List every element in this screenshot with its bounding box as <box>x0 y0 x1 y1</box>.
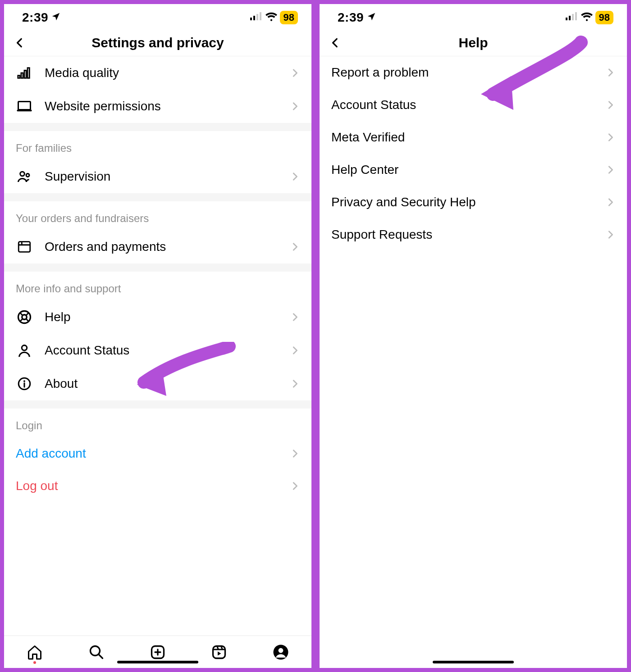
row-log-out[interactable]: Log out <box>4 470 311 502</box>
home-indicator-icon <box>433 661 514 663</box>
svg-rect-6 <box>24 70 26 78</box>
row-label: Account Status <box>45 343 278 358</box>
chevron-right-icon <box>605 165 615 175</box>
section-header: For families <box>4 131 311 160</box>
row-label: Help Center <box>331 163 605 177</box>
box-icon <box>16 238 33 255</box>
back-button[interactable] <box>328 35 343 50</box>
row-website-permissions[interactable]: Website permissions <box>4 90 311 123</box>
svg-rect-5 <box>21 73 23 78</box>
svg-point-11 <box>26 174 29 177</box>
row-report-problem[interactable]: Report a problem <box>320 56 627 89</box>
svg-point-15 <box>22 345 27 350</box>
tab-search[interactable] <box>87 642 106 662</box>
tab-home[interactable] <box>25 642 45 662</box>
chevron-right-icon <box>605 68 615 77</box>
people-icon <box>16 168 33 185</box>
status-bar: 2:39 98 <box>4 4 311 29</box>
settings-list: Media quality Website permissions For fa… <box>4 56 311 636</box>
row-label: Log out <box>16 479 290 493</box>
row-media-quality[interactable]: Media quality <box>4 56 311 90</box>
person-icon <box>16 342 33 359</box>
row-meta-verified[interactable]: Meta Verified <box>320 121 627 154</box>
status-time: 2:39 <box>338 10 364 25</box>
row-label: Help <box>45 310 278 324</box>
row-label: Orders and payments <box>45 240 278 254</box>
status-time: 2:39 <box>22 10 48 25</box>
chevron-right-icon <box>605 230 615 240</box>
nav-bar: Help <box>320 29 627 56</box>
row-help[interactable]: Help <box>4 300 311 334</box>
svg-rect-25 <box>572 14 574 20</box>
home-indicator-icon <box>117 661 198 663</box>
section-header: Login <box>4 409 311 437</box>
row-label: Privacy and Security Help <box>331 195 605 209</box>
svg-point-17 <box>23 380 25 382</box>
svg-rect-26 <box>575 12 577 20</box>
wifi-icon <box>581 12 593 23</box>
chevron-right-icon <box>290 242 300 252</box>
row-help-center[interactable]: Help Center <box>320 154 627 186</box>
location-icon <box>51 10 61 25</box>
row-label: Add account <box>16 446 290 461</box>
svg-rect-23 <box>566 18 567 20</box>
row-label: Supervision <box>45 169 278 184</box>
notification-dot-icon <box>33 661 36 664</box>
help-screen: 2:39 98 Help Report a problem Account St… <box>317 2 629 670</box>
svg-point-10 <box>20 172 25 176</box>
row-label: Support Requests <box>331 227 605 242</box>
cellular-icon <box>250 12 263 23</box>
tab-profile[interactable] <box>271 642 291 662</box>
svg-rect-4 <box>18 76 20 78</box>
row-account-status[interactable]: Account Status <box>4 334 311 367</box>
svg-rect-0 <box>250 18 252 20</box>
row-label: Meta Verified <box>331 130 605 145</box>
settings-screen: 2:39 98 Settings and privacy M <box>2 2 314 670</box>
row-orders-payments[interactable]: Orders and payments <box>4 230 311 263</box>
row-privacy-security-help[interactable]: Privacy and Security Help <box>320 186 627 218</box>
chevron-right-icon <box>290 379 300 389</box>
tab-reels[interactable] <box>209 642 229 662</box>
row-about[interactable]: About <box>4 367 311 400</box>
svg-rect-20 <box>213 646 225 658</box>
nav-bar: Settings and privacy <box>4 29 311 56</box>
battery-badge: 98 <box>595 11 613 24</box>
chevron-right-icon <box>605 100 615 110</box>
row-label: Report a problem <box>331 65 605 80</box>
location-icon <box>366 10 376 25</box>
chevron-right-icon <box>290 449 300 459</box>
svg-point-22 <box>278 648 283 653</box>
svg-rect-7 <box>27 68 29 78</box>
svg-rect-9 <box>17 110 32 112</box>
section-header: Your orders and fundraisers <box>4 201 311 230</box>
row-supervision[interactable]: Supervision <box>4 160 311 193</box>
info-icon <box>16 375 33 392</box>
chevron-right-icon <box>290 345 300 355</box>
lifebuoy-icon <box>16 309 33 326</box>
svg-point-14 <box>22 315 27 320</box>
wifi-icon <box>265 12 277 23</box>
chevron-right-icon <box>290 312 300 322</box>
signal-icon <box>16 64 33 82</box>
chevron-right-icon <box>290 68 300 78</box>
row-support-requests[interactable]: Support Requests <box>320 218 627 251</box>
row-add-account[interactable]: Add account <box>4 437 311 470</box>
svg-rect-1 <box>253 16 255 20</box>
row-label: Media quality <box>45 66 278 80</box>
battery-badge: 98 <box>280 11 298 24</box>
row-label: Account Status <box>331 98 605 112</box>
chevron-right-icon <box>605 132 615 142</box>
help-list: Report a problem Account Status Meta Ver… <box>320 56 627 668</box>
chevron-right-icon <box>290 101 300 111</box>
chevron-right-icon <box>290 172 300 182</box>
svg-rect-2 <box>256 14 258 20</box>
tab-create[interactable] <box>148 642 168 662</box>
svg-rect-8 <box>18 102 31 110</box>
back-button[interactable] <box>12 35 27 50</box>
svg-rect-3 <box>260 12 261 20</box>
row-account-status[interactable]: Account Status <box>320 89 627 121</box>
row-label: About <box>45 377 278 391</box>
chevron-right-icon <box>290 481 300 491</box>
page-title: Help <box>320 35 627 50</box>
chevron-right-icon <box>605 197 615 207</box>
